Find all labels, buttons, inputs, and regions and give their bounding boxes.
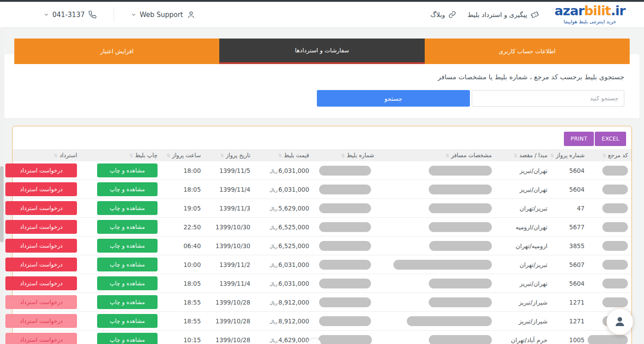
- table-row: 1271 شیراز/تبریز 8,912,000ریال 1399/10/2…: [13, 312, 631, 331]
- origin-destination: تهران/تبریز: [520, 186, 547, 193]
- col-header-flight-time[interactable]: ساعت پرواز⇅: [161, 149, 205, 161]
- reference-code-pill: [588, 335, 628, 344]
- origin-destination: تهران/تبریز: [520, 167, 547, 174]
- refund-request-button[interactable]: درخواست استرداد: [5, 239, 77, 253]
- ticket-number-pill: [319, 241, 371, 251]
- reference-code-pill: [602, 185, 628, 194]
- view-print-button[interactable]: مشاهده و چاپ: [97, 333, 158, 344]
- currency-label: ریال: [269, 225, 277, 230]
- sort-icon: ⇅: [54, 153, 58, 158]
- print-export-button[interactable]: PRINT: [564, 132, 594, 146]
- col-header-refund[interactable]: استرداد⇅: [13, 149, 81, 161]
- view-print-button[interactable]: مشاهده و چاپ: [97, 182, 158, 196]
- logo-tagline: خرید اینترنتی بلیط هواپیما: [554, 19, 625, 25]
- view-print-button[interactable]: مشاهده و چاپ: [97, 295, 158, 309]
- flight-number: 5604: [569, 167, 584, 174]
- currency-label: ریال: [269, 263, 277, 268]
- currency-label: ریال: [269, 301, 277, 305]
- search-button[interactable]: جستجو: [317, 90, 470, 107]
- flight-time: 06:40: [183, 242, 201, 249]
- flight-time: 18:55: [183, 318, 201, 325]
- ticket-price: 6,525,000: [278, 242, 309, 249]
- passenger-details-pill: [429, 279, 492, 288]
- sort-icon: ⇅: [341, 153, 345, 158]
- passenger-details-pill: [407, 316, 492, 326]
- flight-number: 5607: [569, 261, 584, 268]
- tab-orders-refunds[interactable]: سفارشات و استردادها: [219, 39, 424, 64]
- reference-code-pill: [602, 166, 628, 176]
- view-print-button[interactable]: مشاهده و چاپ: [97, 163, 158, 177]
- origin-destination: ارومیه/تهران: [516, 242, 547, 249]
- table-row: 5604 تهران/تبریز 6,031,000ریال 1399/11/4…: [13, 274, 631, 293]
- col-header-route[interactable]: مبدا / مقصد⇅: [495, 149, 551, 161]
- col-header-flight-number[interactable]: شماره پرواز⇅: [551, 149, 588, 161]
- col-header-print-ticket[interactable]: چاپ بلیط⇅: [81, 149, 161, 161]
- ticket-number-pill: [319, 279, 371, 288]
- site-logo[interactable]: azarbilit.ir خرید اینترنتی بلیط هواپیما: [554, 4, 625, 25]
- table-body: 5604 تهران/تبریز 6,031,000ریال 1399/11/5…: [13, 161, 631, 344]
- refund-request-button[interactable]: درخواست استرداد: [5, 220, 77, 234]
- col-header-passenger[interactable]: مشخصات مسافر⇅: [378, 149, 495, 161]
- view-print-button[interactable]: مشاهده و چاپ: [97, 276, 158, 290]
- refund-request-button[interactable]: درخواست استرداد: [5, 295, 77, 309]
- scrollbar-thumb[interactable]: [0, 166, 4, 242]
- refund-request-button[interactable]: درخواست استرداد: [5, 182, 77, 196]
- flight-date: 1399/10/28: [216, 336, 251, 344]
- refund-request-button[interactable]: درخواست استرداد: [5, 333, 77, 344]
- view-print-button[interactable]: مشاهده و چاپ: [97, 220, 158, 234]
- col-header-price[interactable]: قیمت بلیط⇅: [254, 149, 312, 161]
- col-header-reference[interactable]: کد مرجع⇅: [588, 149, 631, 161]
- search-input[interactable]: [472, 90, 624, 107]
- flight-number: 5677: [569, 224, 584, 231]
- reference-code-pill: [602, 241, 628, 251]
- nav-track-refund-label: پیگیری و استرداد بلیط: [468, 11, 527, 18]
- sort-icon: ⇅: [550, 153, 554, 158]
- phone-number: 041-3137: [52, 11, 85, 19]
- ticket-number-pill: [318, 335, 372, 344]
- refund-request-button[interactable]: درخواست استرداد: [5, 163, 77, 177]
- site-header: azarbilit.ir خرید اینترنتی بلیط هواپیما …: [0, 2, 644, 27]
- excel-export-button[interactable]: EXCEL: [595, 132, 626, 146]
- export-buttons: PRINT EXCEL: [13, 132, 631, 146]
- passenger-details-pill: [429, 335, 492, 344]
- view-print-button[interactable]: مشاهده و چاپ: [97, 258, 158, 271]
- sort-icon: ⇅: [166, 153, 170, 158]
- ticket-price: 6,525,000: [278, 224, 309, 231]
- tab-add-credit[interactable]: افزایش اعتبار: [14, 39, 219, 64]
- nav-track-refund-link[interactable]: پیگیری و استرداد بلیط: [468, 10, 539, 19]
- refund-request-button[interactable]: درخواست استرداد: [5, 201, 77, 215]
- logo-text: azarbilit.ir: [554, 4, 625, 17]
- table-row: 5607 تبریز/تهران 6,031,000ریال 1399/11/2…: [13, 255, 631, 274]
- reference-code-pill: [602, 297, 628, 307]
- flight-date: 1399/11/4: [219, 186, 250, 193]
- origin-destination: تبریز/تهران: [520, 205, 547, 212]
- support-chat-widget[interactable]: [606, 308, 633, 335]
- currency-label: ریال: [269, 319, 277, 324]
- flight-time: 18:55: [183, 299, 201, 306]
- view-print-button[interactable]: مشاهده و چاپ: [97, 201, 158, 215]
- reference-code-pill: [602, 203, 628, 213]
- main-content: اطلاعات حساب کاربری سفارشات و استردادها …: [0, 39, 644, 344]
- currency-label: ریال: [269, 282, 277, 287]
- tab-account-info[interactable]: اطلاعات حساب کاربری: [425, 39, 630, 64]
- col-header-ticket-number[interactable]: شماره بلیط⇅: [313, 149, 378, 161]
- table-row: 47 تبریز/تهران 5,629,000ریال 1399/11/3 1…: [13, 199, 631, 218]
- phone-dropdown[interactable]: 041-3137: [27, 10, 114, 19]
- nav-blog-link[interactable]: وبلاگ: [431, 11, 456, 18]
- flight-number: 1271: [569, 299, 584, 306]
- table-row: 3855 ارومیه/تهران 6,525,000ریال 1399/10/…: [13, 236, 631, 255]
- flight-time: 22:50: [183, 224, 201, 231]
- page-scrollbar[interactable]: [0, 27, 4, 344]
- refund-request-button[interactable]: درخواست استرداد: [5, 258, 77, 271]
- view-print-button[interactable]: مشاهده و چاپ: [97, 239, 158, 253]
- orders-table-panel: PRINT EXCEL کد مرجع⇅ شماره پرواز⇅ مبدا /…: [12, 126, 632, 344]
- ticket-number-pill: [319, 260, 371, 270]
- refund-request-button[interactable]: درخواست استرداد: [5, 276, 77, 290]
- refund-request-button[interactable]: درخواست استرداد: [5, 314, 77, 328]
- col-header-flight-date[interactable]: تاریخ پرواز⇅: [205, 149, 254, 161]
- ticket-number-pill: [319, 166, 371, 176]
- flight-time: 19:05: [183, 205, 201, 212]
- view-print-button[interactable]: مشاهده و چاپ: [97, 314, 158, 328]
- web-support-dropdown[interactable]: Web Support: [114, 10, 213, 19]
- header-nav: پیگیری و استرداد بلیط وبلاگ: [431, 10, 539, 19]
